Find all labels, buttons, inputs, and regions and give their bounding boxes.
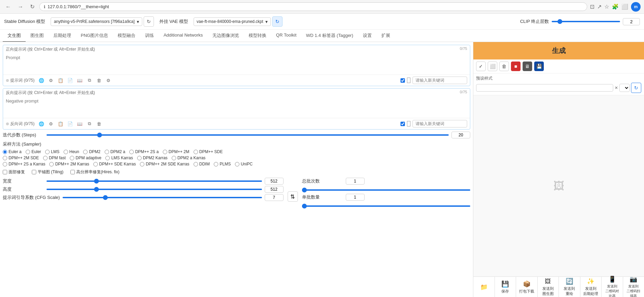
width-value[interactable]: 512 [265,178,284,185]
neg-book-icon[interactable]: 📖 [76,120,84,128]
neg-trash-icon[interactable]: 🗑 [95,120,103,128]
neg-keyword-input[interactable] [412,120,467,127]
tab-extensions[interactable]: 扩展 [377,30,395,42]
send-inpaint-button[interactable]: 🔄 发送到重绘 [559,277,580,297]
width-slider[interactable] [47,180,262,182]
send-qr-scan-button[interactable]: 📷 发送到二维码扫描器 [623,277,644,297]
preset-clear-button[interactable]: ✕ [615,85,618,90]
tab-additional-networks[interactable]: Additional Networks [159,30,208,42]
sampler-heun[interactable]: Heun [64,149,79,154]
send-qr-compare-button[interactable]: 📱 发送到二维码对比器 [602,277,623,297]
neg-paste-icon[interactable]: 📄 [66,120,74,128]
generate-button[interactable]: 生成 [473,42,644,59]
cast-icon[interactable]: ⊡ [590,3,594,10]
sampler-dpm2m[interactable]: DPM++ 2M [163,149,189,154]
preset-refresh-icon[interactable]: ↻ [631,83,641,93]
copy-icon[interactable]: 📋 [56,76,65,84]
hires-fix-checkbox[interactable]: 高分辨率修复(Hires. fix) [70,169,120,175]
monitor-action-icon[interactable]: 🖥 [523,62,532,71]
steps-value[interactable]: 20 [451,132,470,138]
tab-qr-toolkit[interactable]: QR Toolkit [271,30,301,42]
save-action-icon[interactable]: 💾 [534,62,544,71]
tab-model-convert[interactable]: 模型转换 [244,30,271,42]
pack-download-button[interactable]: 📦 打包下载 [516,277,538,297]
tab-img2img[interactable]: 图生图 [26,30,49,42]
sampler-euler[interactable]: Euler [26,149,41,154]
neg-settings-icon[interactable]: ⚙ [47,120,55,128]
tiling-checkbox[interactable]: 平铺图 (Tiling) [32,169,64,175]
sampler-unipc[interactable]: UniPC [235,162,253,166]
neg-copy-icon[interactable]: 📋 [56,120,65,128]
clip-value[interactable] [623,18,640,25]
batch-size-slider[interactable] [302,205,470,207]
sampler-dpm2mkarras[interactable]: DPM++ 2M Karras [49,162,89,166]
tab-infinite-browse[interactable]: 无边图像浏览 [208,30,244,42]
preset-input[interactable] [476,84,613,92]
reload-button[interactable]: ↻ [28,3,37,11]
star-icon[interactable]: ☆ [604,3,609,10]
tab-txt2img[interactable]: 文生图 [3,30,26,42]
sampler-dpm2akarras[interactable]: DPM2 a Karras [172,156,206,160]
sampler-dpmadaptive[interactable]: DPM adaptive [70,156,101,160]
send-img2img-button[interactable]: 🖼 发送到图生图 [538,277,559,297]
sampler-ddim[interactable]: DDIM [194,162,210,166]
square-action-icon[interactable]: ⬜ [488,62,497,71]
keyword-checkbox[interactable] [400,78,405,83]
preset-dropdown[interactable] [619,84,630,92]
neg-keyword-checkbox[interactable] [400,122,405,126]
keyword-input[interactable] [412,77,467,84]
cfg-value[interactable]: 7 [265,194,284,201]
sampler-dpm2a[interactable]: DPM2 a [105,149,125,154]
neg-duplicate-icon[interactable]: ⧉ [85,120,93,128]
avatar[interactable]: m [631,2,641,12]
sampler-lms[interactable]: LMS [45,149,60,154]
trash-action-icon[interactable]: 🗑 [499,62,509,71]
cfg-slider[interactable] [63,197,262,198]
duplicate-icon[interactable]: ⧉ [85,76,93,84]
sampler-lmskarras[interactable]: LMS Karras [105,156,133,160]
url-bar[interactable]: ℹ 127.0.0.1:7860/?__theme=light [39,2,587,11]
sampler-dpmsde[interactable]: DPM++ SDE [194,149,223,154]
share-icon[interactable]: ↗ [597,3,602,10]
sampler-dpmfast[interactable]: DPM fast [43,156,66,160]
forward-button[interactable]: → [16,3,25,11]
sampler-dpm2[interactable]: DPM2 [83,149,100,154]
face-fix-input[interactable] [3,170,7,174]
tab-settings[interactable]: 设置 [358,30,377,42]
negative-prompt-input[interactable] [3,96,470,117]
neg-globe-icon[interactable]: 🌐 [37,120,45,128]
batch-count-value[interactable]: 1 [346,178,365,185]
tab-model-merge[interactable]: 模型融合 [113,30,140,42]
tab-postprocess[interactable]: 后期处理 [49,30,76,42]
extension-icon[interactable]: 🧩 [612,3,619,10]
extra-settings-icon[interactable]: ⚙ [104,76,113,84]
height-slider[interactable] [47,189,262,190]
sampler-dpm2msde[interactable]: DPM++ 2M SDE [3,156,39,160]
globe-icon[interactable]: 🌐 [37,76,45,84]
tiling-input[interactable] [32,170,36,174]
vae-refresh-icon[interactable]: ↻ [272,16,282,27]
sd-refresh-icon[interactable]: ↻ [144,16,154,27]
sampler-plms[interactable]: PLMS [214,162,231,166]
swap-button[interactable]: ⇅ [288,191,298,202]
sampler-dpm2msdekarras[interactable]: DPM++ 2M SDE Karras [140,162,189,166]
batch-size-value[interactable]: 1 [346,194,365,201]
tab-wd-tagger[interactable]: WD 1.4 标签器 (Tagger) [301,30,358,42]
height-value[interactable]: 512 [265,186,284,193]
positive-prompt-input[interactable] [3,53,470,73]
book-icon[interactable]: 📖 [76,76,84,84]
red-action-icon[interactable]: ■ [511,62,521,71]
folder-button[interactable]: 📁 [473,277,495,297]
check-action-icon[interactable]: ✓ [476,62,486,71]
sampler-euler-a[interactable]: Euler a [3,149,22,154]
batch-count-slider[interactable] [302,189,470,191]
clip-slider[interactable] [552,21,620,22]
tab-png-info[interactable]: PNG图片信息 [76,30,113,42]
paste-icon[interactable]: 📄 [66,76,74,84]
back-button[interactable]: ← [3,3,13,11]
trash-icon[interactable]: 🗑 [95,76,103,84]
steps-slider[interactable] [47,134,449,136]
sd-model-dropdown[interactable]: anything-v5-PrtRE.safetensors [7f96a1a9c… [51,17,142,26]
vae-model-dropdown[interactable]: vae-ft-mse-840000-ema-pruned.ckpt ▾ [194,17,271,26]
save-button[interactable]: 💾 保存 [495,277,516,297]
